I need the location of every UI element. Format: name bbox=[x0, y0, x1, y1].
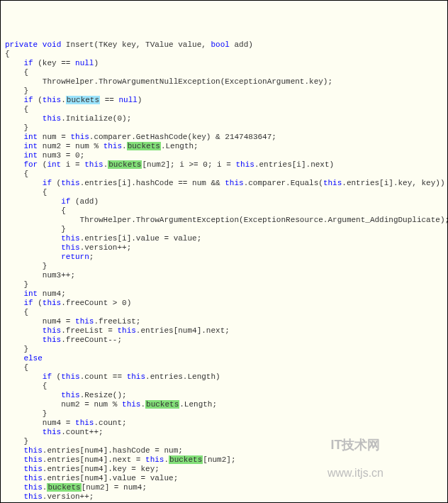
line: } bbox=[5, 225, 66, 233]
line: this.Resize(); bbox=[5, 391, 127, 399]
line: private void Insert(TKey key, TValue val… bbox=[5, 40, 253, 49]
line: return; bbox=[5, 253, 94, 261]
highlight-buckets: buckets bbox=[47, 483, 81, 492]
line: this.buckets[num2] = num4; bbox=[5, 483, 147, 492]
line: this.count++; bbox=[5, 428, 103, 436]
line: int num2 = num % this.buckets.Length; bbox=[5, 142, 198, 150]
line: { bbox=[5, 105, 28, 114]
highlight-buckets: buckets bbox=[145, 400, 179, 409]
line: this.entries[num4].hashCode = num; bbox=[5, 446, 183, 455]
line: this.entries[i].value = value; bbox=[5, 234, 201, 243]
line: ThrowHelper.ThrowArgumentNullException(E… bbox=[5, 77, 332, 86]
line: } bbox=[5, 262, 47, 270]
line: if (this.entries[i].hashCode == num && t… bbox=[5, 179, 445, 187]
line: this.freeList = this.entries[num4].next; bbox=[5, 326, 230, 335]
line: { bbox=[5, 68, 28, 77]
line: { bbox=[5, 382, 47, 390]
line: ThrowHelper.ThrowArgumentException(Excep… bbox=[5, 216, 448, 224]
line: { bbox=[5, 170, 28, 178]
line: num3++; bbox=[5, 271, 75, 280]
line: } bbox=[5, 409, 47, 418]
code-block: private void Insert(TKey key, TValue val… bbox=[5, 40, 443, 503]
line: int num = this.comparer.GetHashCode(key)… bbox=[5, 133, 276, 141]
line: { bbox=[5, 188, 47, 197]
line: num4 = this.count; bbox=[5, 419, 127, 427]
line: if (this.buckets == null) bbox=[5, 96, 142, 104]
line: if (add) bbox=[5, 197, 99, 206]
line: else bbox=[5, 354, 43, 363]
line: this.version++; bbox=[5, 243, 131, 252]
line: this.freeCount--; bbox=[5, 336, 122, 344]
line: this.Initialize(0); bbox=[5, 114, 131, 123]
line: { bbox=[5, 308, 28, 316]
line: this.entries[num4].key = key; bbox=[5, 465, 159, 473]
line: this.entries[num4].value = value; bbox=[5, 474, 178, 482]
line: int num3 = 0; bbox=[5, 151, 84, 160]
line: { bbox=[5, 206, 66, 215]
line: num4 = this.freeList; bbox=[5, 317, 140, 326]
line: } bbox=[5, 437, 28, 446]
line: } bbox=[5, 123, 28, 132]
line: { bbox=[5, 363, 28, 372]
highlight-buckets: buckets bbox=[66, 96, 100, 104]
line: if (this.count == this.entries.Length) bbox=[5, 372, 220, 381]
line: for (int i = this.buckets[num2]; i >= 0;… bbox=[5, 160, 334, 169]
line: } bbox=[5, 87, 28, 95]
line: if (key == null) bbox=[5, 59, 99, 67]
highlight-buckets: buckets bbox=[108, 160, 142, 169]
highlight-buckets: buckets bbox=[169, 455, 203, 464]
line: { bbox=[5, 50, 10, 58]
line: } bbox=[5, 345, 28, 353]
highlight-buckets: buckets bbox=[127, 142, 161, 150]
line: } bbox=[5, 280, 28, 289]
line: this.version++; bbox=[5, 492, 94, 501]
line: int num4; bbox=[5, 289, 66, 298]
line: this.entries[num4].next = this.buckets[n… bbox=[5, 455, 236, 464]
line: if (this.freeCount > 0) bbox=[5, 299, 131, 307]
line: num2 = num % this.buckets.Length; bbox=[5, 400, 217, 409]
